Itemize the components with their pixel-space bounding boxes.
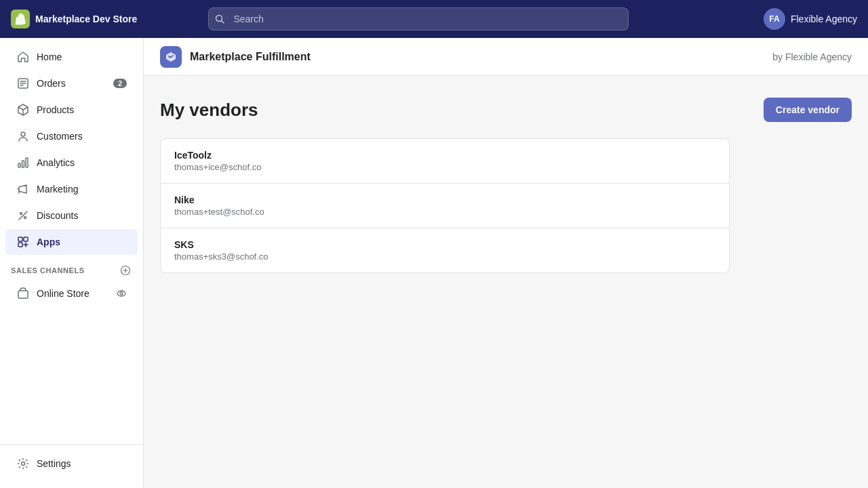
sidebar-item-settings[interactable]: Settings	[5, 451, 138, 476]
svg-rect-11	[22, 161, 24, 167]
sidebar-item-online-store[interactable]: Online Store	[5, 281, 138, 306]
avatar: FA	[764, 8, 785, 30]
svg-rect-10	[18, 163, 20, 167]
eye-icon[interactable]	[116, 288, 127, 299]
app-by-text: by Flexible Agency	[772, 52, 852, 62]
sidebar-item-apps-label: Apps	[37, 237, 60, 247]
sidebar-item-analytics-label: Analytics	[37, 157, 75, 168]
sidebar-item-discounts-label: Discounts	[37, 210, 78, 221]
svg-rect-18	[24, 237, 28, 241]
sidebar-footer: Settings	[0, 444, 143, 488]
search-icon	[215, 14, 224, 24]
svg-line-8	[23, 107, 28, 110]
vendor-list: IceToolz thomas+ice@schof.co Nike thomas…	[160, 138, 730, 273]
sidebar-item-settings-label: Settings	[37, 458, 71, 469]
store-logo[interactable]: Marketplace Dev Store	[11, 9, 137, 28]
svg-rect-19	[18, 243, 22, 247]
main-content: Marketplace Fulfillment by Flexible Agen…	[144, 38, 868, 488]
sidebar-item-customers-label: Customers	[37, 131, 83, 142]
vendor-name-1: Nike	[174, 195, 715, 205]
svg-point-15	[24, 217, 26, 219]
marketing-icon	[16, 182, 30, 196]
online-store-icon	[16, 287, 30, 300]
search-input[interactable]	[208, 7, 629, 30]
sidebar-item-orders-label: Orders	[37, 78, 66, 89]
sidebar-item-home-label: Home	[37, 52, 62, 62]
user-name: Flexible Agency	[791, 14, 857, 24]
svg-point-14	[20, 213, 22, 215]
sidebar-item-online-store-label: Online Store	[37, 288, 90, 299]
page-header: My vendors Create vendor	[160, 98, 852, 122]
svg-rect-17	[18, 237, 22, 241]
page-title: My vendors	[160, 100, 258, 121]
settings-icon	[16, 457, 30, 470]
vendor-item-0[interactable]: IceToolz thomas+ice@schof.co	[161, 139, 729, 184]
vendor-item-1[interactable]: Nike thomas+test@schof.co	[161, 184, 729, 228]
vendor-email-2: thomas+sks3@schof.co	[174, 251, 715, 262]
sidebar-item-analytics[interactable]: Analytics	[5, 150, 138, 176]
sidebar-item-apps[interactable]: Apps	[5, 229, 138, 255]
svg-line-1	[222, 21, 224, 24]
orders-icon	[16, 77, 30, 90]
store-name: Marketplace Dev Store	[35, 14, 137, 24]
customers-icon	[16, 129, 30, 143]
sidebar-item-products[interactable]: Products	[5, 97, 138, 123]
app-header-left: Marketplace Fulfillment	[160, 46, 311, 68]
sidebar: Home Orders 2 Products	[0, 38, 144, 488]
page-content: My vendors Create vendor IceToolz thomas…	[144, 76, 868, 488]
sidebar-item-customers[interactable]: Customers	[5, 123, 138, 149]
svg-point-9	[21, 132, 25, 136]
topnav: Marketplace Dev Store FA Flexible Agency	[0, 0, 868, 38]
add-sales-channel-button[interactable]	[119, 264, 132, 277]
apps-icon	[16, 235, 30, 249]
search-bar	[208, 7, 629, 30]
sidebar-item-products-label: Products	[37, 104, 74, 115]
analytics-icon	[16, 156, 30, 169]
products-icon	[16, 103, 30, 117]
create-vendor-button[interactable]: Create vendor	[764, 98, 852, 122]
svg-line-7	[18, 107, 23, 110]
vendor-name-2: SKS	[174, 239, 715, 250]
sidebar-item-marketing[interactable]: Marketing	[5, 176, 138, 202]
user-menu[interactable]: FA Flexible Agency	[764, 8, 857, 30]
orders-badge: 2	[113, 79, 127, 88]
svg-point-27	[120, 292, 123, 295]
vendor-email-0: thomas+ice@schof.co	[174, 162, 715, 172]
sales-channels-section: SALES CHANNELS	[0, 256, 143, 280]
svg-point-26	[117, 291, 125, 296]
home-icon	[16, 50, 30, 64]
svg-point-28	[22, 462, 25, 466]
app-header: Marketplace Fulfillment by Flexible Agen…	[144, 38, 868, 76]
svg-rect-25	[18, 291, 28, 298]
svg-rect-12	[26, 158, 28, 167]
vendor-name-0: IceToolz	[174, 150, 715, 161]
app-logo-icon	[160, 46, 182, 68]
sidebar-item-discounts[interactable]: Discounts	[5, 203, 138, 228]
sidebar-item-marketing-label: Marketing	[37, 184, 78, 195]
discounts-icon	[16, 209, 30, 222]
sidebar-item-orders[interactable]: Orders 2	[5, 70, 138, 96]
vendor-item-2[interactable]: SKS thomas+sks3@schof.co	[161, 228, 729, 272]
vendor-email-1: thomas+test@schof.co	[174, 207, 715, 217]
app-title: Marketplace Fulfillment	[190, 51, 311, 63]
sales-channels-label: SALES CHANNELS	[11, 266, 85, 274]
shopify-logo-icon	[11, 9, 30, 28]
sidebar-nav: Home Orders 2 Products	[0, 38, 143, 444]
sidebar-item-home[interactable]: Home	[5, 44, 138, 70]
